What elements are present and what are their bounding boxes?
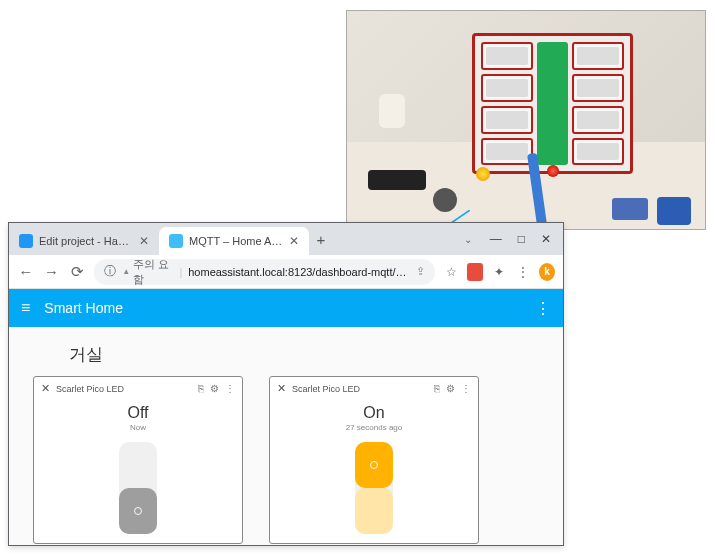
gear-icon[interactable]: ⚙ — [446, 383, 455, 394]
device-name: Scarlet Pico LED — [292, 384, 428, 394]
bookmark-star-icon[interactable]: ☆ — [443, 263, 459, 281]
device-card-off[interactable]: ✕ Scarlet Pico LED ⎘ ⚙ ⋮ Off Now — [33, 376, 243, 544]
browser-menu-icon[interactable]: ⋮ — [515, 263, 531, 281]
tab-title: MQTT – Home Assistant — [189, 235, 283, 247]
window-maximize[interactable]: □ — [518, 232, 525, 246]
back-button[interactable]: ← — [17, 262, 35, 282]
favicon-hackster — [19, 234, 33, 248]
section-title: 거실 — [69, 343, 549, 366]
tab-hackster[interactable]: Edit project - Hackster.io ✕ — [9, 227, 159, 255]
url-text: homeassistant.local:8123/dashboard-mqtt/… — [188, 266, 410, 278]
app-menu-icon[interactable]: ⋮ — [535, 299, 551, 318]
brightness-slider[interactable] — [355, 442, 393, 534]
app-header: ≡ Smart Home ⋮ — [9, 289, 563, 327]
tab-dropdown[interactable]: ⌄ — [464, 234, 472, 245]
device-state: On — [363, 404, 384, 422]
address-bar: ← → ⟳ ⓘ ▲ 주의 요함 | homeassistant.local:81… — [9, 255, 563, 289]
warning-text: 주의 요함 — [133, 257, 173, 287]
device-subtitle: 27 seconds ago — [346, 423, 403, 432]
site-info-icon[interactable]: ⓘ — [104, 263, 116, 280]
device-card-on[interactable]: ✕ Scarlet Pico LED ⎘ ⚙ ⋮ On 27 seconds a… — [269, 376, 479, 544]
tab-strip: Edit project - Hackster.io ✕ MQTT – Home… — [9, 223, 563, 255]
reload-button[interactable]: ⟳ — [68, 262, 86, 282]
tab-title: Edit project - Hackster.io — [39, 235, 133, 247]
kebab-icon[interactable]: ⋮ — [461, 383, 471, 394]
copy-icon[interactable]: ⎘ — [198, 383, 204, 394]
share-icon[interactable]: ⇪ — [416, 265, 425, 278]
browser-window: Edit project - Hackster.io ✕ MQTT – Home… — [8, 222, 564, 546]
close-icon[interactable]: ✕ — [41, 382, 50, 395]
window-minimize[interactable]: — — [490, 232, 502, 246]
security-warning: ▲ 주의 요함 — [122, 257, 173, 287]
close-icon[interactable]: ✕ — [139, 234, 149, 248]
gear-icon[interactable]: ⚙ — [210, 383, 219, 394]
app-title: Smart Home — [44, 300, 123, 316]
extension-icon[interactable] — [467, 263, 483, 281]
favicon-home-assistant — [169, 234, 183, 248]
copy-icon[interactable]: ⎘ — [434, 383, 440, 394]
forward-button[interactable]: → — [43, 262, 61, 282]
menu-icon[interactable]: ≡ — [21, 299, 30, 317]
close-icon[interactable]: ✕ — [289, 234, 299, 248]
close-icon[interactable]: ✕ — [277, 382, 286, 395]
device-name: Scarlet Pico LED — [56, 384, 192, 394]
brightness-slider[interactable] — [119, 442, 157, 534]
kebab-icon[interactable]: ⋮ — [225, 383, 235, 394]
tab-home-assistant[interactable]: MQTT – Home Assistant ✕ — [159, 227, 309, 255]
profile-avatar[interactable]: k — [539, 263, 555, 281]
warning-icon: ▲ — [122, 267, 130, 276]
device-state: Off — [127, 404, 148, 422]
device-subtitle: Now — [130, 423, 146, 432]
app-body: 거실 ✕ Scarlet Pico LED ⎘ ⚙ ⋮ Off Now — [9, 327, 563, 545]
window-close[interactable]: ✕ — [541, 232, 551, 246]
new-tab-button[interactable]: + — [309, 231, 333, 248]
hardware-photo — [346, 10, 706, 230]
url-field[interactable]: ⓘ ▲ 주의 요함 | homeassistant.local:8123/das… — [94, 259, 435, 285]
extensions-puzzle-icon[interactable]: ✦ — [491, 263, 507, 281]
